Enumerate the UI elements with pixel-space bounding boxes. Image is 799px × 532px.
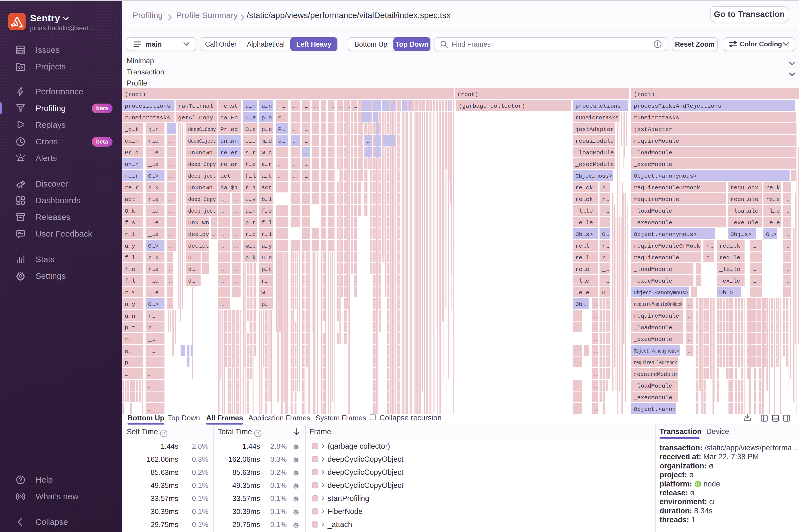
svg-text:…: …: [594, 325, 598, 331]
svg-text:…: …: [169, 254, 173, 261]
svg-text:r…: r…: [706, 243, 713, 249]
svg-text:…: …: [594, 383, 598, 389]
svg-text:…: …: [169, 220, 173, 226]
svg-text:_execModule: _execModule: [633, 395, 672, 401]
svg-text:…: …: [785, 196, 789, 203]
svg-text:requireModule: requireModule: [634, 138, 679, 145]
svg-text:…: …: [234, 220, 238, 226]
svg-text:requireModule: requireModule: [634, 196, 679, 203]
svg-text:r…e: r…e: [148, 196, 159, 203]
svg-text:…: …: [314, 103, 318, 109]
svg-text:…: …: [305, 138, 309, 145]
svg-text:_e…e: _e…e: [575, 290, 589, 296]
svg-text:…: …: [785, 185, 789, 191]
svg-text:f…l: f…l: [125, 254, 135, 261]
svg-text:r…1: r…1: [125, 290, 135, 296]
svg-text:…: …: [220, 243, 224, 249]
svg-text:r…1: r…1: [125, 231, 135, 238]
svg-text:re…e: re…e: [766, 196, 780, 203]
svg-text:ca…n: ca…n: [125, 138, 138, 145]
svg-text:…: …: [688, 348, 692, 354]
svg-text:_c…t: _c…t: [125, 126, 138, 133]
svg-text:runTe…rnal: runTe…rnal: [178, 103, 213, 109]
svg-text:…: …: [234, 254, 238, 261]
svg-text:…: …: [169, 290, 173, 296]
svg-text:_…: _…: [602, 278, 609, 284]
svg-text:Objec…mous>: Objec…mous>: [575, 173, 612, 179]
svg-text:_l…e: _l…e: [766, 208, 780, 214]
svg-text:O…: O…: [602, 231, 609, 238]
svg-text:…: …: [169, 243, 173, 249]
svg-text:dee…py: dee…py: [188, 231, 209, 238]
svg-text:…: …: [367, 150, 371, 156]
svg-text:getAl…Copy: getAl…Copy: [178, 115, 213, 121]
svg-text:f…e: f…e: [245, 161, 256, 168]
svg-text:Ob…>: Ob…>: [719, 290, 733, 296]
svg-text:…: …: [594, 395, 598, 401]
svg-text:_…e: _…e: [148, 220, 159, 226]
svg-text:deepC…ject: deepC…ject: [188, 138, 216, 145]
svg-text:requ…ule: requ…ule: [730, 196, 758, 203]
svg-text:…: …: [347, 103, 350, 109]
svg-text:_execModule: _execModule: [575, 161, 614, 168]
svg-text:…: …: [169, 126, 173, 133]
svg-text:r…: r…: [602, 196, 609, 203]
svg-text:_loadModule: _loadModule: [633, 266, 672, 273]
svg-text:u…y: u…y: [125, 243, 135, 249]
svg-text:u…: u…: [188, 254, 195, 261]
svg-text:Ob…: Ob…: [575, 301, 586, 308]
svg-text:u…y: u…y: [245, 196, 256, 203]
svg-text:…: …: [752, 278, 756, 284]
svg-text:Pr…ed: Pr…ed: [220, 126, 238, 133]
svg-text:…: …: [293, 126, 297, 133]
svg-text:_execModule: _execModule: [633, 336, 672, 343]
svg-text:_…: _…: [602, 220, 609, 226]
svg-text:…: …: [148, 395, 152, 401]
svg-text:r…e: r…e: [148, 266, 159, 273]
svg-text:…: …: [278, 185, 282, 191]
svg-text:…: …: [278, 161, 282, 168]
svg-text:_l…e: _l…e: [575, 278, 589, 284]
svg-text:_…e: _…e: [148, 208, 159, 214]
svg-text:(root): (root): [125, 91, 146, 98]
svg-text:_…e: _…e: [148, 278, 159, 284]
svg-text:proces…ctions: proces…ctions: [125, 103, 170, 109]
svg-text:…: …: [293, 103, 297, 109]
svg-text:O…>: O…>: [148, 301, 159, 308]
svg-text:…: …: [169, 185, 173, 191]
svg-text:…: …: [234, 196, 238, 203]
svg-text:re…r: re…r: [125, 185, 138, 191]
svg-text:O…e: O…e: [245, 126, 256, 133]
svg-text:…: …: [688, 313, 692, 319]
svg-text:Object.<anon: Object.<anon: [634, 406, 676, 413]
svg-text:d…: d…: [188, 266, 195, 273]
svg-text:u…n: u…n: [245, 103, 256, 109]
svg-text:_…: _…: [148, 336, 155, 343]
svg-text:…: …: [594, 348, 598, 354]
svg-text:…: …: [220, 266, 224, 273]
svg-text:…: …: [594, 336, 598, 343]
svg-text:…: …: [220, 208, 224, 214]
svg-text:ca…Fn: ca…Fn: [220, 115, 238, 121]
svg-text:…: …: [234, 243, 238, 249]
svg-text:requ…ock: requ…ock: [730, 185, 758, 191]
svg-text:Object.<anonymous>: Object.<anonymous>: [634, 348, 679, 354]
svg-text:req…le: req…le: [719, 254, 740, 261]
svg-text:u…: u…: [278, 138, 285, 145]
svg-text:deep…ject: deep…ject: [188, 173, 216, 179]
svg-text:…: …: [234, 208, 238, 214]
svg-text:_loadModule: _loadModule: [633, 325, 672, 331]
svg-text:runMicrotasks: runMicrotasks: [125, 115, 170, 121]
svg-text:…: …: [305, 173, 309, 179]
svg-text:dee…ct: dee…ct: [188, 243, 209, 249]
svg-text:unk…wn: unk…wn: [188, 220, 209, 226]
svg-text:…: …: [752, 266, 756, 273]
svg-text:re…k: re…k: [766, 185, 780, 191]
svg-text:…: …: [785, 208, 789, 214]
svg-text:…: …: [169, 266, 173, 273]
svg-text:…: …: [220, 278, 224, 284]
svg-text:_loadModule: _loadModule: [633, 383, 672, 389]
svg-text:f…l: f…l: [125, 278, 135, 284]
svg-text:r…e: r…e: [148, 138, 159, 145]
svg-text:requi…odule: requi…odule: [575, 138, 614, 145]
